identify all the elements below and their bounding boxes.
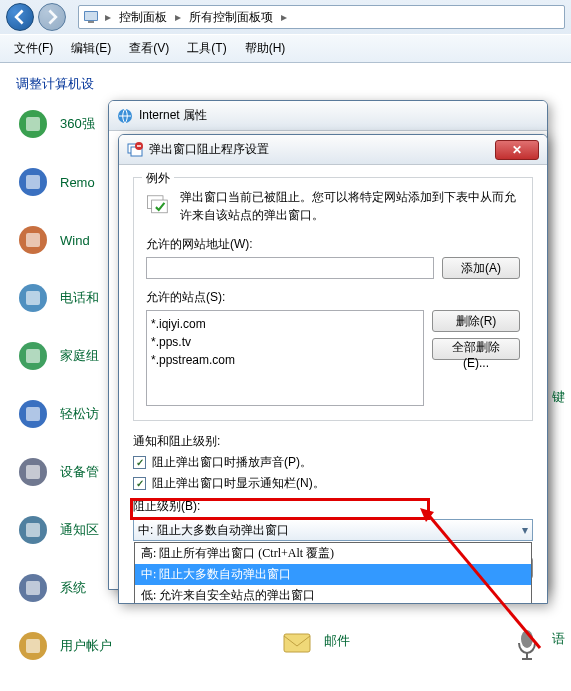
chk-sound-label: 阻止弹出窗口时播放声音(P)。: [152, 454, 312, 471]
menubar: 文件(F) 编辑(E) 查看(V) 工具(T) 帮助(H): [0, 34, 571, 62]
desc-text: 弹出窗口当前已被阻止。您可以将特定网站添加到下表中从而允许来自该站点的弹出窗口。: [180, 188, 520, 224]
address-input[interactable]: [146, 257, 434, 279]
menu-tools[interactable]: 工具(T): [179, 37, 234, 60]
menu-file[interactable]: 文件(F): [6, 37, 61, 60]
chk-sound[interactable]: ✓: [133, 456, 146, 469]
crumb-control-panel[interactable]: 控制面板: [113, 6, 173, 28]
svg-rect-4: [26, 117, 40, 131]
svg-rect-22: [26, 639, 40, 653]
svg-rect-1: [85, 12, 97, 20]
svg-rect-2: [88, 21, 94, 23]
page-title: 调整计算机设: [16, 75, 555, 93]
chk-notify[interactable]: ✓: [133, 477, 146, 490]
cp-item-label: 电话和: [60, 289, 99, 307]
opt-medium[interactable]: 中: 阻止大多数自动弹出窗口: [135, 564, 531, 585]
add-button[interactable]: 添加(A): [442, 257, 520, 279]
svg-rect-20: [26, 581, 40, 595]
cp-item-label: Remo: [60, 175, 95, 190]
svg-rect-12: [26, 349, 40, 363]
cp-item-label: 通知区: [60, 521, 99, 539]
allowed-label: 允许的站点(S):: [146, 289, 520, 306]
menu-view[interactable]: 查看(V): [121, 37, 177, 60]
notify-label: 通知和阻止级别:: [133, 433, 533, 450]
opt-low[interactable]: 低: 允许来自安全站点的弹出窗口: [135, 585, 531, 604]
opt-high[interactable]: 高: 阻止所有弹出窗口 (Ctrl+Alt 覆盖): [135, 543, 531, 564]
cp-item-label: 360强: [60, 115, 95, 133]
dlg1-title: Internet 属性: [139, 107, 539, 124]
allowed-sites-list[interactable]: *.iqiyi.com*.pps.tv*.ppstream.com: [146, 310, 424, 406]
back-button[interactable]: [6, 3, 34, 31]
breadcrumb[interactable]: ▸ 控制面板 ▸ 所有控制面板项 ▸: [78, 5, 565, 29]
cp-item-mail[interactable]: 邮件: [324, 632, 350, 650]
cp-item-label: 家庭组: [60, 347, 99, 365]
list-item[interactable]: *.ppstream.com: [151, 351, 419, 369]
block-level-combo[interactable]: 中: 阻止大多数自动弹出窗口 ▾ 高: 阻止所有弹出窗口 (Ctrl+Alt 覆…: [133, 519, 533, 541]
cp-item-label: 系统: [60, 579, 86, 597]
forward-button[interactable]: [38, 3, 66, 31]
combo-dropdown: 高: 阻止所有弹出窗口 (Ctrl+Alt 覆盖) 中: 阻止大多数自动弹出窗口…: [134, 542, 532, 604]
combo-value: 中: 阻止大多数自动弹出窗口: [138, 522, 289, 539]
cp-item-lang[interactable]: 语: [552, 630, 565, 648]
svg-rect-18: [26, 523, 40, 537]
svg-rect-6: [26, 175, 40, 189]
delete-all-button[interactable]: 全部删除(E)...: [432, 338, 520, 360]
cp-item-label: 轻松访: [60, 405, 99, 423]
svg-point-32: [521, 630, 533, 648]
cp-item-key[interactable]: 键: [552, 388, 565, 406]
combo-arrow-icon: ▾: [522, 523, 528, 537]
level-label: 阻止级别(B):: [133, 498, 533, 515]
cp-item-label: 设备管: [60, 463, 99, 481]
cp-item-label: 用户帐户: [60, 637, 112, 655]
close-button[interactable]: ✕: [495, 140, 539, 160]
addr-label: 允许的网站地址(W):: [146, 236, 520, 253]
svg-rect-14: [26, 407, 40, 421]
list-item[interactable]: *.iqiyi.com: [151, 315, 419, 333]
svg-rect-10: [26, 291, 40, 305]
svg-rect-8: [26, 233, 40, 247]
microphone-icon: [513, 629, 541, 661]
svg-rect-16: [26, 465, 40, 479]
dialog-popup-blocker: 弹出窗口阻止程序设置 ✕ 例外 弹出窗口当前已被阻止。您可以将特定网站添加到下表…: [118, 134, 548, 604]
exceptions-legend: 例外: [142, 170, 174, 187]
crumb-all-items[interactable]: 所有控制面板项: [183, 6, 279, 28]
menu-help[interactable]: 帮助(H): [237, 37, 294, 60]
delete-button[interactable]: 删除(R): [432, 310, 520, 332]
list-item[interactable]: *.pps.tv: [151, 333, 419, 351]
chk-notify-label: 阻止弹出窗口时显示通知栏(N)。: [152, 475, 325, 492]
cp-item-label: Wind: [60, 233, 90, 248]
svg-rect-31: [284, 634, 310, 652]
menu-edit[interactable]: 编辑(E): [63, 37, 119, 60]
dlg2-title: 弹出窗口阻止程序设置: [149, 141, 495, 158]
svg-rect-28: [152, 200, 168, 213]
